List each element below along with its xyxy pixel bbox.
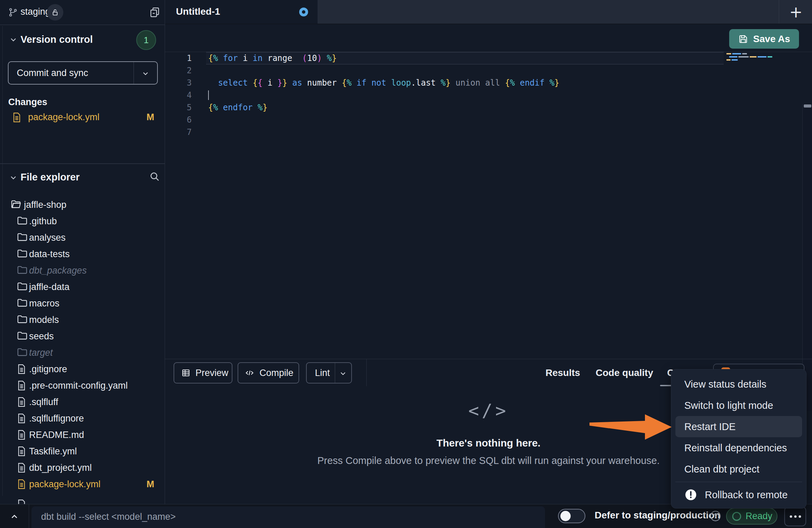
- tree-item-label: .sqlfluff: [29, 397, 58, 407]
- tree-item-label: macros: [29, 298, 60, 309]
- tree-item-.sqlfluffignore[interactable]: .sqlfluffignore: [0, 411, 165, 427]
- changed-file-row[interactable]: package-lock.yml M: [0, 109, 165, 126]
- tree-item-dbt_packages[interactable]: dbt_packages: [0, 263, 165, 279]
- code-text: {% for i in range (10) %}: [208, 52, 337, 64]
- code-line-3[interactable]: 3 select {{ i }} as number {% if not loo…: [165, 77, 812, 89]
- preview-button[interactable]: Preview: [174, 362, 232, 384]
- lint-button[interactable]: Lint: [306, 362, 352, 384]
- ready-ring-icon: [732, 512, 741, 521]
- new-tab-button[interactable]: +: [787, 3, 805, 21]
- menu-item-view-status-details[interactable]: View status details: [675, 374, 802, 395]
- commit-dropdown-chevron-icon[interactable]: [141, 70, 150, 78]
- tree-item-jaffle-shop[interactable]: jaffle-shop: [0, 197, 165, 213]
- menu-item-label: Restart IDE: [684, 421, 736, 432]
- tree-item-README.md[interactable]: README.md: [0, 427, 165, 443]
- code-line-7[interactable]: 7: [165, 126, 812, 138]
- tree-item-data-tests[interactable]: data-tests: [0, 246, 165, 263]
- tree-item-.gitignore[interactable]: .gitignore: [0, 361, 165, 378]
- menu-item-switch-to-light-mode[interactable]: Switch to light mode: [675, 395, 802, 416]
- search-icon[interactable]: [149, 171, 160, 182]
- chevron-up-icon[interactable]: [8, 511, 23, 522]
- branch-lock-chip: [47, 4, 63, 21]
- editor-scrollbar-thumb[interactable]: [804, 104, 811, 108]
- folder-icon: [17, 216, 27, 225]
- code-line-5[interactable]: 5{% endfor %}: [165, 101, 812, 114]
- menu-item-label: Switch to light mode: [684, 400, 773, 411]
- tab-results[interactable]: Results: [545, 367, 580, 378]
- help-icon[interactable]: ?: [710, 511, 721, 521]
- dbt-ide-app: staging Version control 1 Commit and syn…: [0, 0, 812, 528]
- tree-item-macros[interactable]: macros: [0, 296, 165, 312]
- menu-item-restart-ide[interactable]: Restart IDE: [675, 416, 802, 437]
- file-icon: [17, 397, 26, 407]
- file-explorer-title: File explorer: [21, 172, 79, 183]
- tree-item-models[interactable]: models: [0, 312, 165, 328]
- defer-toggle[interactable]: [558, 509, 585, 523]
- line-number: 3: [165, 77, 192, 89]
- line-number: 1: [165, 52, 192, 64]
- tree-item-label: .gitignore: [29, 364, 67, 375]
- tree-item-label: dbt_packages: [29, 265, 87, 276]
- tree-item-label: .github: [29, 216, 57, 227]
- sidebar: staging Version control 1 Commit and syn…: [0, 0, 165, 504]
- folder-icon: [17, 232, 27, 241]
- branch-name[interactable]: staging: [21, 7, 50, 17]
- empty-state-subtitle: Press Compile above to preview the SQL d…: [283, 455, 694, 466]
- file-icon: [17, 413, 26, 424]
- file-icon: [17, 430, 26, 440]
- file-icon: [17, 380, 26, 391]
- tree-item-analyses[interactable]: analyses: [0, 230, 165, 246]
- minimap[interactable]: [726, 52, 798, 93]
- code-line-6[interactable]: 6: [165, 114, 812, 126]
- toolbar-divider: [366, 359, 367, 386]
- code-line-4[interactable]: 4: [165, 89, 812, 101]
- tree-item-jaffle-data[interactable]: jaffle-data: [0, 279, 165, 296]
- statusbar-divider: [29, 504, 29, 528]
- table-icon: [181, 368, 191, 378]
- tree-item-package-lock.yml[interactable]: package-lock.ymlM: [0, 476, 165, 493]
- line-number: 5: [165, 101, 192, 114]
- command-placeholder: dbt build --select <model_name>: [41, 512, 176, 522]
- tree-item-label: .pre-commit-config.yaml: [29, 380, 128, 391]
- commit-and-sync-button[interactable]: Commit and sync: [8, 61, 158, 85]
- line-number: 4: [165, 89, 192, 101]
- menu-item-rollback-to-remote[interactable]: Rollback to remote: [675, 484, 802, 505]
- code-editor[interactable]: 1{% for i in range (10) %}23 select {{ i…: [165, 52, 812, 359]
- menu-item-label: View status details: [684, 379, 766, 390]
- menu-item-reinstall-dependencies[interactable]: Reinstall dependencies: [675, 437, 802, 458]
- tree-item-dbt_project.yml[interactable]: dbt_project.yml: [0, 460, 165, 476]
- compile-button[interactable]: Compile: [238, 362, 299, 384]
- lock-icon: [51, 8, 60, 17]
- tree-item-label: dbt_project.yml: [29, 463, 92, 473]
- tree-item-Taskfile.yml[interactable]: Taskfile.yml: [0, 443, 165, 460]
- folder-icon: [17, 282, 27, 291]
- tab-untitled-1[interactable]: Untitled-1: [165, 0, 318, 24]
- status-context-menu: View status detailsSwitch to light modeR…: [671, 369, 807, 508]
- folder-icon: [17, 331, 27, 340]
- file-icon: [17, 479, 26, 489]
- modified-badge: M: [147, 112, 154, 123]
- save-as-button[interactable]: Save As: [729, 29, 799, 49]
- lint-dropdown-chevron-icon[interactable]: [339, 369, 347, 378]
- menu-item-clean-dbt-project[interactable]: Clean dbt project: [675, 458, 802, 480]
- tree-item-.sqlfluff[interactable]: .sqlfluff: [0, 394, 165, 411]
- modified-badge: M: [147, 479, 154, 490]
- tree-item-.pre-commit-config.yaml[interactable]: .pre-commit-config.yaml: [0, 378, 165, 394]
- git-branch-icon: [8, 8, 18, 17]
- alert-circle-icon: [684, 488, 697, 501]
- tree-item-target[interactable]: target: [0, 345, 165, 361]
- tree-item-.github[interactable]: .github: [0, 213, 165, 230]
- command-input[interactable]: dbt build --select <model_name>: [31, 506, 545, 528]
- tab-code-quality[interactable]: Code quality: [596, 367, 653, 378]
- code-line-2[interactable]: 2: [165, 64, 812, 77]
- file-explorer-collapse-chevron-icon[interactable]: [9, 173, 18, 182]
- more-options-button[interactable]: [784, 506, 806, 526]
- version-control-collapse-chevron-icon[interactable]: [9, 35, 18, 44]
- file-icon: [12, 112, 21, 123]
- menu-divider: [675, 482, 802, 482]
- tree-item-seeds[interactable]: seeds: [0, 328, 165, 345]
- tree-item-label: analyses: [29, 232, 66, 243]
- copy-branch-icon[interactable]: [149, 6, 161, 18]
- partial-file-icon: [17, 499, 26, 504]
- code-line-1[interactable]: 1{% for i in range (10) %}: [165, 52, 812, 64]
